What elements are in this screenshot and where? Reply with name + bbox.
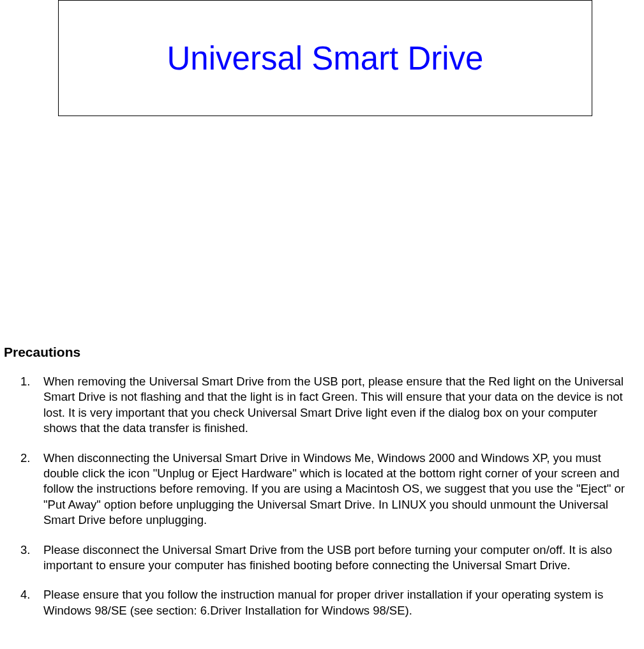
precautions-list: 1. When removing the Universal Smart Dri…	[4, 374, 640, 618]
list-item: 1. When removing the Universal Smart Dri…	[19, 374, 640, 436]
list-item: 2. When disconnecting the Universal Smar…	[19, 451, 640, 528]
list-item: 3. Please disconnect the Universal Smart…	[19, 542, 640, 574]
list-number: 3.	[19, 542, 43, 574]
list-item: 4. Please ensure that you follow the ins…	[19, 587, 640, 618]
list-text: When removing the Universal Smart Drive …	[43, 374, 640, 436]
list-text: Please disconnect the Universal Smart Dr…	[43, 542, 640, 574]
document-title: Universal Smart Drive	[167, 40, 484, 77]
list-number: 1.	[19, 374, 43, 436]
list-text: When disconnecting the Universal Smart D…	[43, 451, 640, 528]
title-box: Universal Smart Drive	[58, 0, 592, 116]
list-number: 4.	[19, 587, 43, 618]
list-text: Please ensure that you follow the instru…	[43, 587, 640, 618]
content-area: Precautions 1. When removing the Univers…	[0, 345, 644, 632]
list-number: 2.	[19, 451, 43, 528]
section-heading: Precautions	[4, 345, 640, 360]
